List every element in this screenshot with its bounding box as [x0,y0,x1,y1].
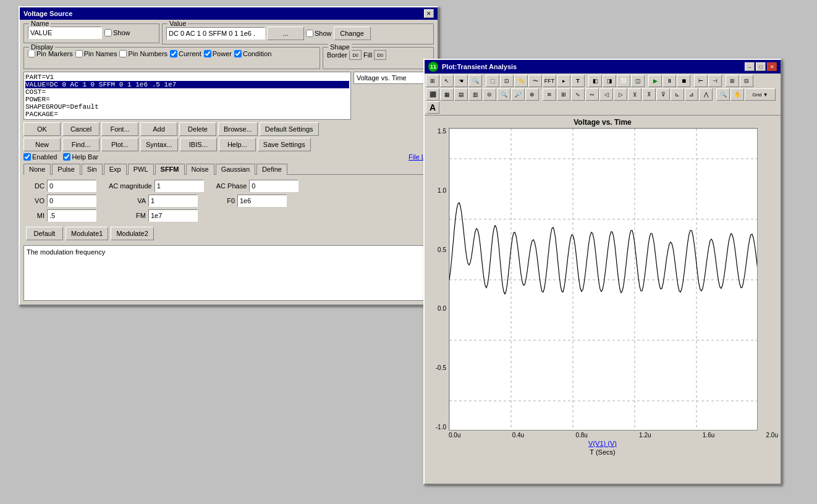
tb-btn-r3[interactable]: ▤ [454,88,468,101]
tb-btn-extra2[interactable]: ⊟ [740,75,753,87]
vo-input[interactable] [47,195,96,207]
tb-btn-r18[interactable]: ⊾ [671,88,684,101]
tab-pwl[interactable]: PWL [128,164,154,175]
tb-font-btn[interactable]: A [426,101,439,114]
tb-btn-r19[interactable]: ⊿ [685,88,698,101]
tb-btn-r2[interactable]: ▦ [440,88,454,101]
tb-btn-hand[interactable]: ☚ [454,75,468,87]
tb-btn-pause[interactable]: ⏸ [662,75,676,87]
tb-btn-r4[interactable]: ▥ [468,88,482,101]
help-button[interactable]: Help... [219,138,256,151]
plot-button[interactable]: Plot... [101,138,138,151]
help-bar-checkbox[interactable] [63,153,70,161]
power-checkbox[interactable] [204,50,211,57]
value-show-checkbox[interactable] [306,30,313,37]
fill-color-box[interactable]: D0 [374,50,386,60]
ibis-button[interactable]: IBIS... [180,138,217,151]
tb-btn-text[interactable]: T [571,75,585,87]
find-button[interactable]: Find... [62,138,99,151]
default-settings-button[interactable]: Default Settings [260,122,319,136]
tb-btn-next[interactable]: ⊣ [708,75,722,87]
tb-grid-dropdown[interactable]: Grid ▼ [745,88,776,101]
ac-magnitude-input[interactable] [155,180,204,192]
modulate1-button[interactable]: Modulate1 [66,227,108,240]
tb-btn-r17[interactable]: ⊽ [656,88,670,101]
tb-btn-zoom-rect[interactable]: ⬚ [486,75,499,87]
tb-btn-r20[interactable]: ⋀ [699,88,713,101]
value-input[interactable] [166,27,265,40]
tab-none[interactable]: None [23,164,51,175]
name-show-checkbox[interactable] [104,29,112,36]
dialog-close-button[interactable]: ✕ [424,9,434,18]
f0-input[interactable] [237,195,287,207]
tb-btn-prop4[interactable]: ◫ [631,75,645,87]
add-button[interactable]: Add [140,122,177,136]
border-color-box[interactable]: D0 [349,50,362,60]
tb-btn-zoom-in[interactable]: 🔍 [468,75,482,87]
tb-btn-prop3[interactable]: ⬜ [617,75,630,87]
ac-phase-input[interactable] [249,180,298,192]
spice-textarea[interactable]: PART=V1 VALUE=DC 0 AC 1 0 SFFM 0 1 1e6 .… [23,72,351,120]
tb-btn-r11[interactable]: ∿ [571,88,585,101]
tb-btn-r15[interactable]: ⊻ [628,88,641,101]
tb-btn-zoom-x[interactable]: 🔍 [716,88,730,101]
tab-exp[interactable]: Exp [104,164,127,175]
font-button[interactable]: Font... [101,122,138,136]
default-modulate-button[interactable]: Default [26,227,63,240]
tb-btn-prop1[interactable]: ◧ [588,75,602,87]
tab-pulse[interactable]: Pulse [52,164,80,175]
tb-btn-r12[interactable]: ∾ [585,88,599,101]
plot-maximize-button[interactable]: □ [756,62,766,71]
tb-btn-r7[interactable]: 🔎 [511,88,525,101]
fm-input[interactable] [148,209,198,222]
current-checkbox[interactable] [170,50,177,57]
name-input[interactable] [28,27,102,39]
va-input[interactable] [148,195,198,207]
delete-button[interactable]: Delete [179,122,216,136]
tb-btn-prev[interactable]: ⊢ [694,75,708,87]
change-button[interactable]: Change [334,27,371,40]
plot-close-button[interactable]: ✕ [767,62,777,71]
pin-names-checkbox[interactable] [75,50,83,57]
plot-minimize-button[interactable]: – [745,62,755,71]
tb-btn-zoom-all[interactable]: ⊡ [500,75,514,87]
tb-btn-marker[interactable]: ▸ [557,75,570,87]
tb-btn-prop2[interactable]: ◨ [603,75,616,87]
tb-btn-wave[interactable]: 〜 [528,75,542,87]
tb-btn-r10[interactable]: ⊞ [557,88,570,101]
modulate2-button[interactable]: Modulate2 [111,227,153,240]
tb-btn-hand2[interactable]: ✋ [730,88,744,101]
spice-line-2[interactable]: VALUE=DC 0 AC 1 0 SFFM 0 1 1e6 .5 1e7 [25,81,349,88]
new-button[interactable]: New [23,138,61,151]
value-dots-button[interactable]: ... [267,27,304,40]
tab-define[interactable]: Define [256,164,287,175]
pin-markers-checkbox[interactable] [28,50,35,57]
tb-btn-extra1[interactable]: ⊞ [726,75,739,87]
tb-btn-fft[interactable]: FFT [543,75,556,87]
ok-button[interactable]: OK [23,122,61,136]
syntax-button[interactable]: Syntax... [140,138,178,151]
voltage-type-dropdown[interactable]: Voltage vs. Time [353,72,434,84]
cancel-button[interactable]: Cancel [62,122,99,136]
tb-btn-r6[interactable]: 🔍 [497,88,510,101]
tab-sffm[interactable]: SFFM [155,164,185,175]
tb-btn-r13[interactable]: ◁ [599,88,613,101]
tb-btn-r16[interactable]: ⊼ [642,88,656,101]
enabled-checkbox[interactable] [23,153,31,161]
dc-input[interactable] [47,180,96,192]
pin-numbers-checkbox[interactable] [119,50,127,57]
tb-btn-run[interactable]: ▶ [648,75,662,87]
tb-btn-r8[interactable]: ⊕ [525,88,539,101]
plot-legend[interactable]: V(V1) (V) [427,440,778,447]
tb-btn-grid[interactable]: ⊞ [426,75,439,87]
tb-btn-stop[interactable]: ⏹ [677,75,690,87]
tb-btn-cursor[interactable]: ↖ [440,75,454,87]
tab-gaussian[interactable]: Gaussian [216,164,255,175]
condition-checkbox[interactable] [234,50,242,57]
tb-btn-r1[interactable]: ⬛ [426,88,439,101]
tb-btn-measure[interactable]: 📏 [514,75,528,87]
tab-sin[interactable]: Sin [82,164,103,175]
tab-noise[interactable]: Noise [186,164,214,175]
mi-input[interactable] [47,209,96,222]
browse-button[interactable]: Browse... [218,122,258,136]
